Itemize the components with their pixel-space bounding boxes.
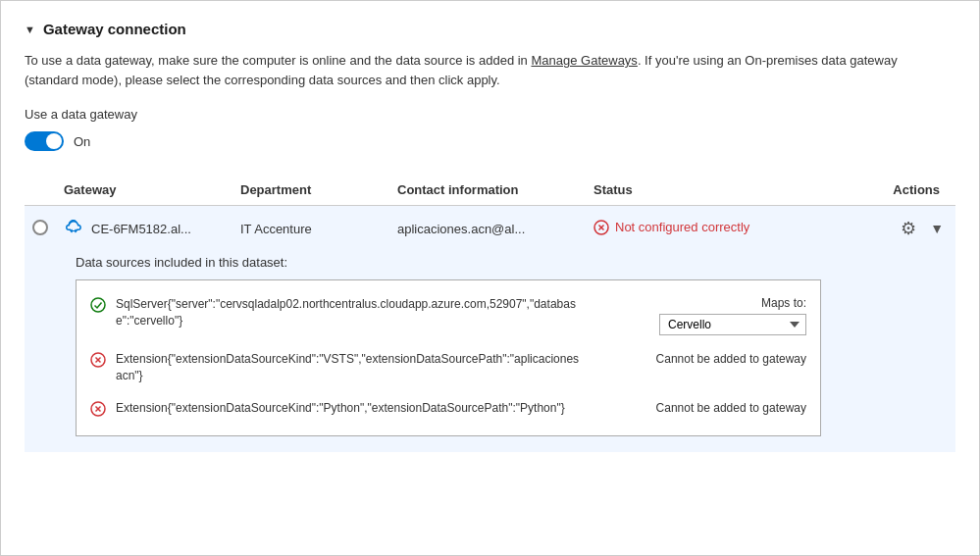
datasources-box: SqlServer{"server":"cervsqladalp02.north… — [76, 279, 821, 436]
ds2-name: Extension{"extensionDataSourceKind":"VST… — [116, 351, 581, 384]
manage-gateways-link[interactable]: Manage Gateways — [531, 53, 637, 68]
gateway-cloud-icon — [64, 218, 83, 239]
row-status-cell: Not configured correctly — [586, 206, 782, 252]
status-error-text: Not configured correctly — [615, 219, 749, 236]
collapse-arrow-icon[interactable]: ▼ — [25, 24, 35, 35]
datasource-row-1: SqlServer{"server":"cervsqladalp02.north… — [77, 288, 820, 343]
table-header-row: Gateway Department Contact information S… — [25, 175, 955, 206]
ds3-cannot-add-text: Cannot be added to gateway — [649, 400, 806, 417]
datasources-inner: Data sources included in this dataset: — [76, 251, 940, 436]
col-contact-header: Contact information — [389, 175, 586, 206]
ds2-cannot-add-text: Cannot be added to gateway — [649, 351, 806, 368]
error-circle-svg-3 — [90, 401, 106, 417]
gear-settings-button[interactable]: ⚙ — [897, 216, 920, 241]
row-actions-cell: ⚙ ▼ — [782, 206, 955, 252]
toggle-thumb — [46, 133, 62, 149]
toggle-row: On — [25, 131, 955, 151]
gateway-table: Gateway Department Contact information S… — [25, 175, 955, 452]
main-container: ▼ Gateway connection To use a data gatew… — [0, 0, 980, 556]
status-cell-wrapper: Not configured correctly — [593, 219, 774, 238]
error-circle-svg-2 — [90, 352, 106, 368]
gateway-name-text: CE-6FM5182.al... — [91, 222, 191, 236]
gateway-name-wrapper: CE-6FM5182.al... — [64, 218, 225, 239]
ds3-error-icon — [90, 401, 106, 420]
ds1-maps-to-label: Maps to: — [761, 296, 806, 310]
col-actions-header: Actions — [782, 175, 955, 206]
section-title: Gateway connection — [43, 21, 186, 37]
datasource-row-3: Extension{"extensionDataSourceKind":"Pyt… — [77, 392, 820, 428]
datasources-title: Data sources included in this dataset: — [76, 251, 940, 270]
row-dept-cell: IT Accenture — [232, 206, 389, 252]
gateway-toggle[interactable] — [25, 131, 64, 151]
status-error-icon — [593, 220, 609, 238]
actions-cell-wrapper: ⚙ ▼ — [790, 216, 948, 241]
expanded-datasources-cell: Data sources included in this dataset: — [25, 251, 955, 452]
ds3-maps-area: Cannot be added to gateway — [591, 400, 806, 417]
col-dept-header: Department — [232, 175, 389, 206]
toggle-state-label: On — [74, 134, 90, 149]
datasource-row-2: Extension{"extensionDataSourceKind":"VST… — [77, 343, 820, 392]
toggle-track — [25, 131, 64, 151]
cloud-sync-svg — [64, 218, 83, 235]
row-radio-cell[interactable] — [25, 206, 56, 252]
ok-circle-svg-1 — [90, 297, 106, 313]
row-radio-button[interactable] — [32, 220, 48, 235]
section-header: ▼ Gateway connection — [25, 21, 955, 37]
table-row: CE-6FM5182.al... IT Accenture aplicacion… — [25, 206, 955, 252]
description-text: To use a data gateway, make sure the com… — [25, 51, 927, 89]
col-gateway-header: Gateway — [56, 175, 232, 206]
ds2-error-icon — [90, 352, 106, 371]
row-gateway-name-cell: CE-6FM5182.al... — [56, 206, 232, 252]
expanded-datasources-row: Data sources included in this dataset: — [25, 251, 955, 452]
row-contact-cell: aplicaciones.acn@al... — [389, 206, 586, 252]
description-part1: To use a data gateway, make sure the com… — [25, 53, 531, 68]
svg-point-3 — [91, 298, 105, 312]
ds3-name: Extension{"extensionDataSourceKind":"Pyt… — [116, 400, 581, 417]
row-expand-button[interactable]: ▼ — [926, 219, 948, 238]
col-status-header: Status — [586, 175, 782, 206]
datasources-panel: Data sources included in this dataset: — [25, 251, 955, 452]
ds1-ok-icon — [90, 297, 106, 316]
ds1-name: SqlServer{"server":"cervsqladalp02.north… — [116, 296, 581, 329]
error-circle-svg — [593, 220, 609, 235]
use-gateway-label: Use a data gateway — [25, 107, 955, 122]
ds1-maps-to-select[interactable]: Cervello — [659, 314, 806, 335]
ds1-maps-area: Maps to: Cervello — [591, 296, 806, 335]
ds2-maps-area: Cannot be added to gateway — [591, 351, 806, 368]
col-radio-header — [25, 175, 56, 206]
